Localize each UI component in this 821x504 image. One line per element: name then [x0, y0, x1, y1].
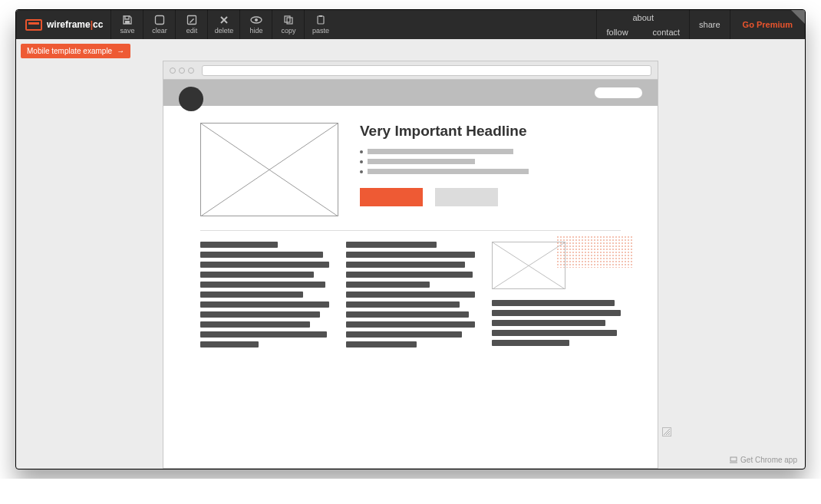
image-text-column [492, 242, 621, 348]
text-line [368, 159, 475, 164]
secondary-cta-placeholder [435, 188, 498, 206]
arrow-right-icon: → [117, 47, 124, 55]
paste-icon [315, 15, 327, 25]
svg-rect-0 [125, 21, 130, 24]
canvas[interactable]: Very Important Headline [16, 61, 805, 469]
follow-link[interactable]: follow [597, 28, 637, 37]
corner-fold-icon [791, 10, 805, 24]
save-icon [121, 15, 134, 25]
image-placeholder [492, 242, 565, 289]
traffic-dot-icon [170, 68, 176, 74]
get-chrome-app-link[interactable]: Get Chrome app [730, 456, 797, 464]
wireframe-header [163, 80, 658, 106]
wireframe-body: Very Important Headline [163, 106, 658, 364]
selection-pattern [556, 236, 633, 268]
text-column [200, 242, 329, 348]
svg-rect-7 [318, 16, 324, 24]
chrome-link-label: Get Chrome app [740, 456, 797, 464]
wireframe-titlebar [163, 61, 658, 80]
copy-button[interactable]: copy [272, 10, 304, 39]
wireframe-logo-circle [179, 87, 203, 111]
logo-icon [25, 19, 42, 31]
wireframe-header-button [595, 87, 642, 98]
text-column [346, 242, 475, 348]
edit-label: edit [186, 27, 198, 35]
delete-button[interactable]: delete [207, 10, 239, 39]
svg-point-4 [255, 18, 258, 21]
clear-icon [153, 15, 166, 25]
copy-label: copy [281, 27, 295, 35]
svg-rect-8 [319, 15, 322, 17]
image-placeholder [200, 123, 338, 216]
text-line [368, 169, 529, 174]
wireframe-urlbar [202, 65, 651, 76]
brand[interactable]: wireframe|cc [16, 10, 110, 39]
edit-button[interactable]: edit [175, 10, 207, 39]
top-toolbar: wireframe|cc save clear edit delete [16, 10, 805, 39]
svg-rect-1 [155, 16, 163, 25]
hide-label: hide [249, 27, 262, 35]
resize-handle-icon[interactable] [662, 427, 671, 436]
primary-cta-placeholder [360, 188, 423, 206]
wireframe-browser[interactable]: Very Important Headline [163, 61, 658, 469]
hide-button[interactable]: hide [239, 10, 272, 39]
contact-link[interactable]: contact [644, 28, 689, 37]
delete-icon [218, 15, 230, 25]
bullet-list [360, 149, 621, 174]
logo-text: wireframe|cc [47, 19, 103, 30]
save-label: save [120, 27, 134, 35]
divider [200, 230, 621, 231]
paste-button[interactable]: paste [304, 10, 336, 39]
copy-icon [282, 15, 295, 25]
traffic-dot-icon [188, 68, 194, 74]
clear-label: clear [152, 27, 167, 35]
about-link[interactable]: about [596, 10, 689, 25]
laptop-icon [730, 456, 737, 464]
app-window: wireframe|cc save clear edit delete [15, 9, 806, 469]
delete-label: delete [215, 27, 234, 35]
traffic-dot-icon [179, 68, 185, 74]
template-tag-label: Mobile template example [27, 47, 112, 55]
edit-icon [186, 15, 198, 25]
text-line [368, 149, 513, 154]
hide-icon [250, 15, 262, 25]
save-button[interactable]: save [110, 10, 143, 39]
paste-label: paste [312, 27, 329, 35]
share-button[interactable]: share [689, 10, 730, 39]
clear-button[interactable]: clear [143, 10, 175, 39]
template-tag[interactable]: Mobile template example → [21, 44, 130, 58]
right-actions: about follow contact share Go Premium [596, 10, 805, 39]
svg-rect-9 [730, 457, 737, 461]
headline: Very Important Headline [360, 123, 621, 140]
